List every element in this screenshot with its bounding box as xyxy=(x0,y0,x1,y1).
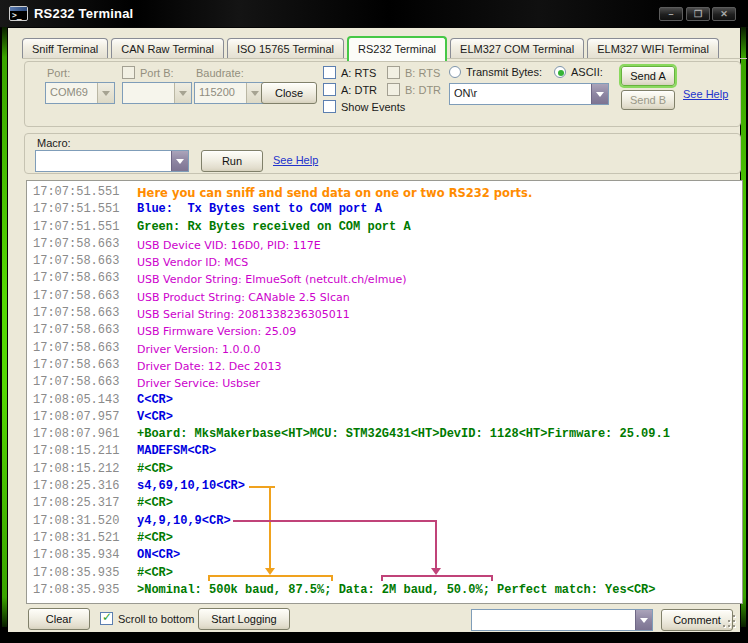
close-window-button[interactable]: ✕ xyxy=(712,7,736,21)
check-icon: ✓ xyxy=(102,610,112,624)
minimize-button[interactable]: – xyxy=(659,7,683,21)
log-row: 17:07:58.663USB Serial String: 208133823… xyxy=(33,306,742,323)
log-row: 17:07:51.551Here you can sniff and send … xyxy=(33,185,742,202)
run-macro-button[interactable]: Run xyxy=(201,150,263,172)
port-b-label: Port B: xyxy=(140,67,174,79)
tab-elm327-com-terminal[interactable]: ELM327 COM Terminal xyxy=(450,38,584,59)
transmit-bytes-label: Transmit Bytes: xyxy=(466,66,542,78)
checkbox-box xyxy=(323,100,336,113)
tab-can-raw-terminal[interactable]: CAN Raw Terminal xyxy=(111,38,224,59)
send-b-button[interactable]: Send B xyxy=(621,90,675,110)
clear-button[interactable]: Clear xyxy=(28,608,90,630)
maximize-button[interactable]: ❒ xyxy=(686,7,710,21)
ascii-label: ASCII: xyxy=(571,66,603,78)
tab-rs232-terminal[interactable]: RS232 Terminal xyxy=(347,36,447,61)
chevron-down-icon[interactable] xyxy=(174,83,191,103)
data-annotation-line xyxy=(435,520,437,568)
scroll-to-bottom-checkbox[interactable]: ✓ Scroll to bottom xyxy=(100,612,194,625)
nominal-annotation-line xyxy=(249,486,275,488)
log-row: 17:07:51.551Green: Rx Bytes received on … xyxy=(33,220,742,237)
baudrate-combo-value: 115200 xyxy=(195,83,246,103)
chevron-down-icon[interactable] xyxy=(97,83,114,103)
b-rts-checkbox[interactable]: B: RTS xyxy=(387,66,440,79)
send-text-combo[interactable]: ON\r xyxy=(449,83,609,105)
b-dtr-label: B: DTR xyxy=(405,84,441,96)
start-logging-button[interactable]: Start Logging xyxy=(198,608,290,630)
log-row: 17:08:07.961+Board: MksMakerbase<HT>MCU:… xyxy=(33,427,742,444)
port-b-combo[interactable] xyxy=(122,82,192,104)
tab-elm327-wifi-terminal[interactable]: ELM327 WIFI Terminal xyxy=(587,38,719,59)
baudrate-combo[interactable]: 115200 xyxy=(194,82,264,104)
log-row: 17:07:58.663USB Device VID: 16D0, PID: 1… xyxy=(33,237,742,254)
chevron-down-icon[interactable] xyxy=(591,84,608,104)
a-rts-label: A: RTS xyxy=(341,67,376,79)
checkbox-box: ✓ xyxy=(100,612,113,625)
macro-combo-value xyxy=(36,151,171,171)
checkbox-box xyxy=(122,66,135,79)
log-row: 17:07:58.663USB Vendor String: ElmueSoft… xyxy=(33,271,742,288)
log-row: 17:07:58.663Driver Version: 1.0.0.0 xyxy=(33,341,742,358)
log-row: 17:07:58.663Driver Date: 12. Dec 2013 xyxy=(33,358,742,375)
tab-bar: Sniff TerminalCAN Raw TerminalISO 15765 … xyxy=(22,36,719,59)
ascii-radio[interactable]: ASCII: xyxy=(554,66,603,78)
comment-combo[interactable] xyxy=(471,609,653,631)
b-rts-label: B: RTS xyxy=(405,67,440,79)
tab-sniff-terminal[interactable]: Sniff Terminal xyxy=(22,38,108,59)
a-dtr-label: A: DTR xyxy=(341,84,377,96)
resize-grip[interactable] xyxy=(723,615,737,629)
see-help-link[interactable]: See Help xyxy=(273,154,318,166)
send-a-button[interactable]: Send A xyxy=(621,66,675,86)
checkbox-box xyxy=(387,66,400,79)
log-row: 17:07:58.663USB Firmware Version: 25.09 xyxy=(33,323,742,340)
log-row: 17:08:07.957V<CR> xyxy=(33,410,742,427)
checkbox-box xyxy=(323,66,336,79)
b-dtr-checkbox[interactable]: B: DTR xyxy=(387,83,441,96)
port-combo[interactable]: COM69 xyxy=(45,82,115,104)
a-rts-checkbox[interactable]: A: RTS xyxy=(323,66,376,79)
show-events-label: Show Events xyxy=(341,101,405,113)
tab-iso-15765-terminal[interactable]: ISO 15765 Terminal xyxy=(227,38,344,59)
checkbox-box xyxy=(323,83,336,96)
log-row: 17:08:25.317#<CR> xyxy=(33,496,742,513)
client-area: Sniff TerminalCAN Raw TerminalISO 15765 … xyxy=(8,28,740,632)
radio-circle xyxy=(554,66,566,78)
title-bar[interactable]: >_ RS232 Terminal – ❒ ✕ xyxy=(0,0,748,28)
log-row: 17:08:25.316s4,69,10,10<CR> xyxy=(33,479,742,496)
rs232-tab-page: Port: COM69 Port B: Baudrate: 115200 xyxy=(22,58,747,631)
log-row: 17:08:15.212#<CR> xyxy=(33,462,742,479)
close-port-button[interactable]: Close xyxy=(261,82,317,104)
comment-combo-value xyxy=(472,610,635,630)
log-row: 17:08:15.211MADEFSM<CR> xyxy=(33,444,742,461)
log-row: 17:07:58.663Driver Service: Usbser xyxy=(33,375,742,392)
log-row: 17:08:35.935>Nominal: 500k baud, 87.5%; … xyxy=(33,583,742,600)
terminal-log[interactable]: 17:07:51.551Here you can sniff and send … xyxy=(26,180,743,604)
app-window: >_ RS232 Terminal – ❒ ✕ Sniff TerminalCA… xyxy=(0,0,748,643)
port-b-combo-value xyxy=(123,83,174,103)
baudrate-label: Baudrate: xyxy=(196,67,244,79)
transmit-bytes-radio[interactable]: Transmit Bytes: xyxy=(449,66,542,78)
log-row: 17:07:58.663USB Product String: CANable … xyxy=(33,289,742,306)
macro-label: Macro: xyxy=(37,137,71,149)
chevron-down-icon[interactable] xyxy=(635,610,652,630)
checkbox-box xyxy=(387,83,400,96)
log-rows: 17:07:51.551Here you can sniff and send … xyxy=(33,185,742,600)
macro-combo[interactable] xyxy=(35,150,189,172)
data-annotation-arrowhead xyxy=(431,568,441,575)
macro-group: Macro: Run See Help xyxy=(24,133,741,174)
log-row: 17:07:51.551Blue: Tx Bytes sent to COM p… xyxy=(33,202,742,219)
window-title: RS232 Terminal xyxy=(34,6,133,21)
show-events-checkbox[interactable]: Show Events xyxy=(323,100,405,113)
port-b-checkbox[interactable]: Port B: xyxy=(122,66,174,79)
log-row: 17:08:05.143C<CR> xyxy=(33,393,742,410)
see-help-link[interactable]: See Help xyxy=(683,88,728,100)
log-row: 17:07:58.663USB Vendor ID: MCS xyxy=(33,254,742,271)
log-row: 17:08:31.521#<CR> xyxy=(33,531,742,548)
radio-circle xyxy=(449,66,461,78)
log-row: 17:08:31.520y4,9,10,9<CR> xyxy=(33,514,742,531)
chevron-down-icon[interactable] xyxy=(171,151,188,171)
port-settings-group: Port: COM69 Port B: Baudrate: 115200 xyxy=(24,61,741,127)
send-text-value: ON\r xyxy=(450,84,591,104)
port-label: Port: xyxy=(47,67,70,79)
a-dtr-checkbox[interactable]: A: DTR xyxy=(323,83,377,96)
scroll-to-bottom-label: Scroll to bottom xyxy=(118,613,194,625)
